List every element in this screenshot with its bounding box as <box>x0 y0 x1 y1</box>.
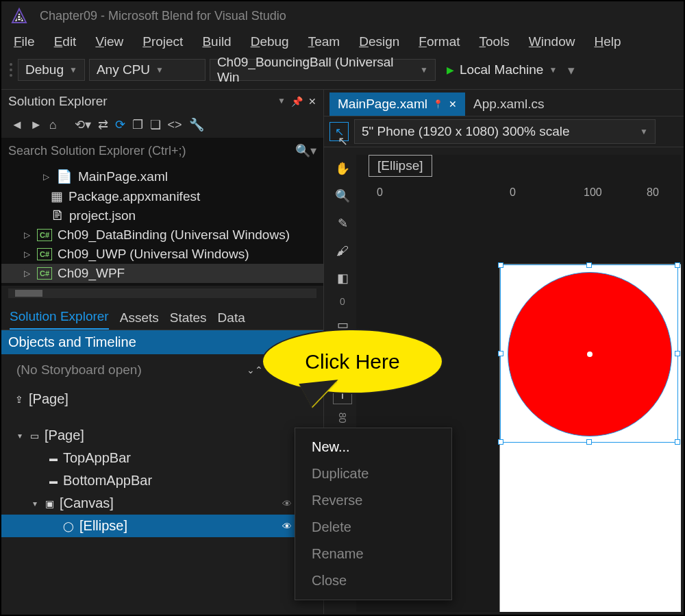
chevron-down-icon: ▼ <box>155 65 164 75</box>
resize-handle-se[interactable] <box>675 439 680 445</box>
tree-item-projectjson[interactable]: 🖹 project.json <box>22 206 323 225</box>
callout-bubble: Click Here <box>262 329 443 394</box>
history-icon[interactable]: ⟲▾ <box>75 117 91 132</box>
tree-item-label: Ch09_UWP (Universal Windows) <box>58 247 249 262</box>
config-combo[interactable]: Debug ▼ <box>18 59 85 81</box>
zoom-tool-icon[interactable]: 🔍 <box>333 186 352 206</box>
solution-search[interactable]: Search Solution Explorer (Ctrl+;) 🔍▾ <box>1 138 323 164</box>
expand-icon[interactable]: ▷ <box>22 249 32 259</box>
tab-label: App.xaml.cs <box>473 97 544 112</box>
ctx-delete[interactable]: Delete <box>295 514 451 541</box>
menu-view[interactable]: View <box>95 34 123 49</box>
tree-item-mainpage-xaml[interactable]: ▷ 📄 MainPage.xaml <box>22 167 323 186</box>
showall-icon[interactable]: ❏ <box>150 117 161 132</box>
ctx-new[interactable]: New... <box>295 434 451 460</box>
resize-handle-w[interactable] <box>498 351 503 356</box>
resize-handle-n[interactable] <box>586 262 592 268</box>
visibility-icon[interactable]: 👁 <box>282 521 292 532</box>
brush-tool-icon[interactable]: 🖌 <box>333 241 352 260</box>
tree-item-label: [Page] <box>45 428 84 443</box>
horizontal-scrollbar[interactable] <box>8 288 316 298</box>
center-handle-icon[interactable] <box>587 352 593 357</box>
tab-data[interactable]: Data <box>218 306 245 330</box>
tree-item-manifest[interactable]: ▦ Package.appxmanifest <box>22 186 323 206</box>
menu-format[interactable]: Format <box>419 34 460 49</box>
expand-icon[interactable]: ▷ <box>41 172 51 182</box>
menu-edit[interactable]: Edit <box>54 34 77 49</box>
visibility-icon[interactable]: 👁 <box>282 498 292 509</box>
sync-icon[interactable]: ⇄ <box>98 117 108 132</box>
menu-project[interactable]: Project <box>142 34 183 49</box>
toolbar-overflow-icon[interactable]: ▾ <box>568 62 575 78</box>
resize-handle-sw[interactable] <box>498 439 503 445</box>
csharp-project-icon: C# <box>37 229 52 241</box>
artboard[interactable] <box>500 264 681 612</box>
back-icon[interactable]: ◄ <box>11 118 23 132</box>
tree-item-label: [Ellipse] <box>79 518 127 534</box>
panel-options-icon[interactable]: ▼ <box>277 96 286 107</box>
tab-states[interactable]: States <box>170 306 207 330</box>
obj-bottomappbar[interactable]: ▬ BottomAppBar <box>1 469 323 492</box>
selection-box[interactable] <box>500 264 678 443</box>
storyboard-chevrons-icon[interactable]: ⌄⌃ <box>247 365 263 375</box>
resize-handle-s[interactable] <box>586 439 592 445</box>
resize-handle-nw[interactable] <box>498 262 503 268</box>
menu-debug[interactable]: Debug <box>251 34 289 49</box>
menu-window[interactable]: Window <box>529 34 575 49</box>
tree-item-wpf[interactable]: ▷ C# Ch09_WPF <box>1 264 323 283</box>
collapse-icon[interactable]: ▾ <box>30 499 40 508</box>
close-icon[interactable]: ✕ <box>449 99 457 110</box>
collapse-icon[interactable]: ❐ <box>132 117 143 132</box>
pin-icon[interactable]: 📌 <box>291 96 303 107</box>
obj-ellipse[interactable]: ◯ [Ellipse] 👁 <box>1 515 323 537</box>
run-target-button[interactable]: ▶ Local Machine ▼ <box>440 59 564 81</box>
pointer-tool-icon[interactable]: ↖ <box>333 132 352 151</box>
menu-file[interactable]: File <box>14 34 35 49</box>
home-icon[interactable]: ⌂ <box>49 118 57 132</box>
gradient-tool-icon[interactable]: ◧ <box>333 269 352 288</box>
expand-icon[interactable]: ▷ <box>22 230 32 240</box>
obj-topappbar[interactable]: ▬ TopAppBar <box>1 447 323 469</box>
tab-app-xaml-cs[interactable]: App.xaml.cs <box>465 93 552 116</box>
forward-icon[interactable]: ► <box>30 118 42 132</box>
run-target-label: Local Machine <box>460 62 544 77</box>
code-icon[interactable]: <> <box>168 118 182 132</box>
tab-assets[interactable]: Assets <box>120 306 159 330</box>
pin-icon[interactable]: 📍 <box>433 99 443 109</box>
platform-combo[interactable]: Any CPU ▼ <box>89 59 206 81</box>
resize-handle-e[interactable] <box>675 351 680 356</box>
tab-mainpage-xaml[interactable]: MainPage.xaml 📍 ✕ <box>329 93 465 116</box>
collapse-icon[interactable]: ▾ <box>15 431 25 441</box>
obj-page[interactable]: ▾ ▭ [Page] 👁 <box>1 424 323 447</box>
expand-icon[interactable]: ▷ <box>22 269 32 278</box>
tree-item-uwp[interactable]: ▷ C# Ch09_UWP (Universal Windows) <box>22 245 323 264</box>
menu-tools[interactable]: Tools <box>480 34 510 49</box>
menu-build[interactable]: Build <box>202 34 231 49</box>
startup-combo[interactable]: Ch09_BouncingBall (Universal Win ▼ <box>210 59 436 81</box>
obj-canvas[interactable]: ▾ ▣ [Canvas] 👁 <box>1 492 323 515</box>
ctx-reverse[interactable]: Reverse <box>295 487 451 514</box>
menu-design[interactable]: Design <box>359 34 399 49</box>
ctx-close[interactable]: Close <box>295 567 451 594</box>
device-combo[interactable]: 5" Phone (1920 x 1080) 300% scale ▼ <box>354 119 656 144</box>
ruler-tick: 80 <box>647 186 659 199</box>
drag-handle-icon[interactable] <box>10 63 14 77</box>
menu-help[interactable]: Help <box>594 34 621 49</box>
menu-team[interactable]: Team <box>308 34 340 49</box>
tree-item-label: BottomAppBar <box>63 473 152 489</box>
main-toolbar: Debug ▼ Any CPU ▼ Ch09_BouncingBall (Uni… <box>1 56 684 90</box>
storyboard-label: (No Storyboard open) <box>16 362 142 378</box>
tree-item-databinding[interactable]: ▷ C# Ch09_DataBinding (Universal Windows… <box>22 225 323 245</box>
ellipse-shape[interactable] <box>508 272 672 436</box>
eyedropper-tool-icon[interactable]: ✎ <box>333 214 352 233</box>
ctx-duplicate[interactable]: Duplicate <box>295 460 451 487</box>
pan-tool-icon[interactable]: ✋ <box>333 159 352 178</box>
resize-handle-ne[interactable] <box>675 262 680 268</box>
tab-solution-explorer[interactable]: Solution Explorer <box>10 305 109 330</box>
tree-item-label: Package.appxmanifest <box>68 189 200 204</box>
refresh-icon[interactable]: ⟳ <box>115 117 125 132</box>
scrollbar-thumb[interactable] <box>15 290 42 297</box>
close-icon[interactable]: ✕ <box>308 96 316 107</box>
ctx-rename[interactable]: Rename <box>295 541 451 567</box>
properties-icon[interactable]: 🔧 <box>189 117 204 132</box>
